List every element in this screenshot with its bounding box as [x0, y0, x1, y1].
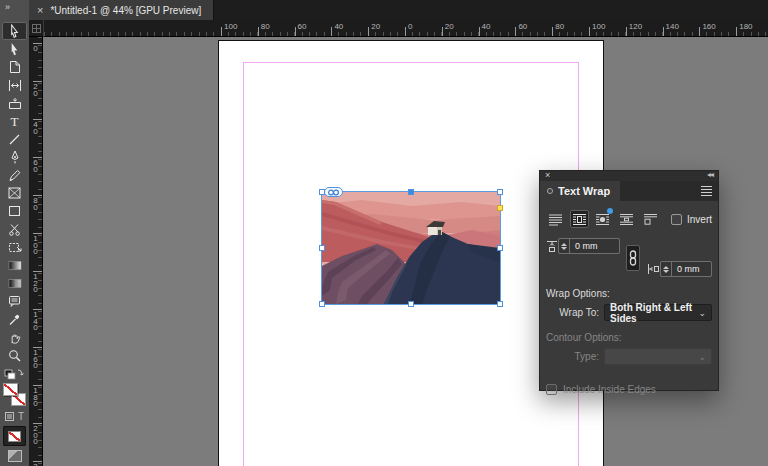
default-fill-stroke-icon[interactable]: [4, 366, 26, 381]
tool-type[interactable]: T: [2, 112, 27, 130]
handle-top-left[interactable]: [319, 189, 325, 195]
wrap-to-value: Both Right & Left Sides: [610, 302, 698, 324]
stepper-icon[interactable]: [559, 239, 570, 253]
vruler-label: 2 0 0: [29, 426, 42, 446]
formatting-text-icon[interactable]: T: [18, 411, 24, 422]
ruler-tick: [515, 27, 516, 36]
wrap-mode-buttons: Invert: [546, 209, 712, 229]
formatting-toggle[interactable]: T: [5, 409, 24, 423]
jump-to-next-column-button[interactable]: [641, 210, 660, 228]
tool-direct-selection[interactable]: [2, 40, 27, 58]
wrap-around-bounding-box-button[interactable]: [570, 210, 589, 228]
contour-type-label: Type:: [546, 351, 604, 362]
tool-eyedropper[interactable]: [2, 310, 27, 328]
tool-selection[interactable]: [2, 22, 27, 40]
handle-bottom-right[interactable]: [497, 301, 503, 307]
invert-checkbox[interactable]: [671, 214, 682, 225]
tool-note[interactable]: [2, 292, 27, 310]
hruler-label: 120: [629, 23, 642, 31]
panel-menu-icon[interactable]: [701, 186, 712, 196]
hruler-label: 160: [702, 23, 715, 31]
handle-bottom-left[interactable]: [319, 301, 325, 307]
link-badge-icon[interactable]: [324, 187, 343, 197]
svg-text:T: T: [11, 115, 19, 128]
tool-hand[interactable]: [2, 328, 27, 346]
stepper-icon[interactable]: [661, 262, 672, 276]
tool-pen[interactable]: [2, 148, 27, 166]
tool-page[interactable]: [2, 58, 27, 76]
corner-editor-handle[interactable]: [497, 205, 503, 211]
ruler-tick: [479, 27, 480, 36]
screen-mode-icon[interactable]: [8, 450, 22, 462]
wrap-to-dropdown[interactable]: Both Right & Left Sides ⌄: [604, 304, 712, 321]
invert-option: Invert: [671, 214, 712, 225]
fill-swatch-none[interactable]: [3, 383, 18, 396]
ruler-tick: [626, 27, 627, 36]
text-wrap-tab[interactable]: Text Wrap: [540, 181, 620, 201]
hruler-label: 40: [334, 23, 343, 31]
chevron-down-icon: ⌄: [698, 352, 706, 362]
handle-middle-right[interactable]: [497, 245, 503, 251]
horizontal-ruler-ticks: 1008060402002040608010012014016018020022…: [44, 20, 768, 36]
tool-zoom[interactable]: [2, 346, 27, 364]
ruler-tick: [331, 27, 332, 36]
tool-rectangle-frame[interactable]: [2, 184, 27, 202]
hruler-label: 20: [445, 23, 454, 31]
tool-scissors[interactable]: [2, 220, 27, 238]
tool-line[interactable]: [2, 130, 27, 148]
ruler-tick: [663, 27, 664, 36]
tool-content-collector[interactable]: [2, 94, 27, 112]
panel-title: Text Wrap: [558, 185, 610, 197]
tool-gradient-feather[interactable]: [2, 274, 27, 292]
vruler-label: 0: [29, 46, 42, 53]
jump-object-button[interactable]: [617, 210, 636, 228]
ruler-tick: [552, 27, 553, 36]
wrap-options-label: Wrap Options:: [546, 288, 712, 299]
bottom-offset-field[interactable]: 0 mm: [558, 238, 620, 254]
vruler-label: 8 0: [29, 198, 42, 211]
handle-top-center[interactable]: [408, 189, 414, 195]
hruler-label: 60: [298, 23, 307, 31]
fill-stroke-swatches[interactable]: [2, 382, 28, 409]
link-offsets-toggle[interactable]: [626, 245, 640, 271]
no-text-wrap-button[interactable]: [546, 210, 565, 228]
contour-options-label: Contour Options:: [546, 332, 712, 343]
wrap-to-label: Wrap To:: [546, 307, 604, 318]
formatting-container-icon[interactable]: [5, 412, 14, 421]
right-offset-field[interactable]: 0 mm: [660, 261, 712, 277]
indesign-window: » × *Untitled-1 @ 44% [GPU Preview] TT 1…: [0, 0, 768, 466]
swatch-controls: T: [2, 366, 28, 462]
ruler-tick: [368, 27, 369, 36]
hruler-label: 0: [408, 23, 412, 31]
contour-type-dropdown: ⌄: [604, 348, 712, 365]
handle-bottom-center[interactable]: [408, 301, 414, 307]
vertical-ruler[interactable]: 02 04 06 08 01 0 01 2 01 4 01 6 01 8 02 …: [29, 37, 43, 466]
panel-collapse-icon[interactable]: ◂◂: [707, 170, 713, 179]
hruler-label: 100: [224, 23, 237, 31]
horizontal-ruler[interactable]: 1008060402002040608010012014016018020022…: [29, 20, 768, 37]
placed-image-frame[interactable]: [322, 192, 500, 304]
apply-none-button[interactable]: [3, 426, 26, 446]
tab-close-icon[interactable]: ×: [37, 4, 43, 16]
ruler-tick: [295, 27, 296, 36]
ruler-tick: [442, 27, 443, 36]
wrap-around-object-shape-button[interactable]: [594, 210, 613, 228]
tools-panel: TT: [0, 20, 29, 466]
offset-left-icon: [646, 263, 660, 275]
tool-rectangle[interactable]: [2, 202, 27, 220]
ruler-origin-icon[interactable]: [29, 20, 44, 37]
vruler-label: 2 0: [29, 84, 42, 97]
handle-middle-left[interactable]: [319, 245, 325, 251]
handle-top-right[interactable]: [497, 189, 503, 195]
tool-gap[interactable]: [2, 76, 27, 94]
ruler-tick: [405, 27, 406, 36]
panel-close-icon[interactable]: ×: [545, 170, 550, 180]
tool-pencil[interactable]: [2, 166, 27, 184]
tool-free-transform[interactable]: [2, 238, 27, 256]
bottom-offset-value: 0 mm: [570, 239, 598, 253]
tab-bar: » × *Untitled-1 @ 44% [GPU Preview]: [0, 0, 768, 20]
tool-gradient[interactable]: [2, 256, 27, 274]
document-tab[interactable]: × *Untitled-1 @ 44% [GPU Preview]: [29, 0, 214, 20]
hruler-label: 20: [371, 23, 380, 31]
toolbar-expander[interactable]: »: [0, 0, 29, 20]
